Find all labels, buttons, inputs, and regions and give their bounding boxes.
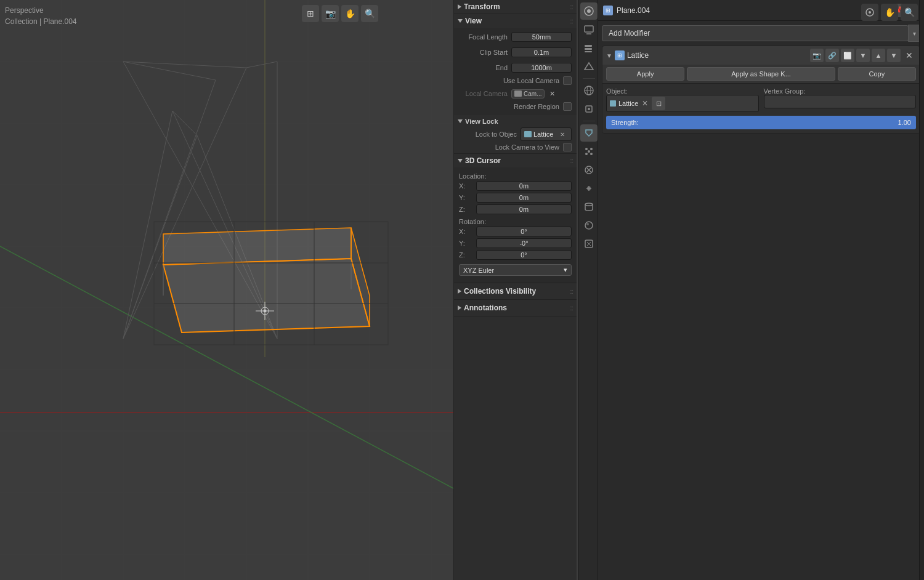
add-modifier-button[interactable]: Add Modifier bbox=[602, 25, 909, 41]
cursor-rx-value[interactable]: 0° bbox=[476, 227, 572, 236]
transform-label: Transform bbox=[464, 2, 500, 11]
cursor-section: 3D Cursor ::: Location: X: 0m Y: 0m Z: 0… bbox=[454, 154, 577, 283]
modifier-render-btn[interactable]: 🔗 bbox=[825, 49, 839, 62]
modifier-edit-btn[interactable]: ⬜ bbox=[841, 49, 854, 62]
material-icon[interactable] bbox=[580, 217, 598, 234]
cursor-rz-value[interactable]: 0° bbox=[476, 250, 572, 260]
cursor-ry-value[interactable]: -0° bbox=[476, 238, 572, 248]
apply-shape-key-button[interactable]: Apply as Shape K... bbox=[687, 67, 835, 81]
object-field-value[interactable]: Lattice ✕ ⊡ bbox=[606, 95, 759, 112]
copy-button[interactable]: Copy bbox=[838, 67, 916, 81]
transform-header[interactable]: Transform ::: bbox=[454, 0, 577, 14]
use-local-camera-checkbox[interactable] bbox=[563, 76, 572, 85]
view-header[interactable]: View ::: bbox=[454, 14, 577, 28]
lock-to-object-value[interactable]: Lattice ✕ bbox=[521, 127, 572, 141]
cursor-expand-icon bbox=[458, 159, 463, 163]
modifier-header: ▼ ⊞ Lattice 📷 🔗 ⬜ ▼ ▲ ▼ ✕ bbox=[602, 46, 920, 65]
svg-rect-62 bbox=[585, 45, 592, 47]
modifier-expand-icon[interactable]: ▼ bbox=[606, 52, 612, 59]
coll-vis-expand-icon bbox=[458, 289, 461, 294]
lock-camera-checkbox[interactable] bbox=[563, 143, 572, 151]
viewport-info: Perspective Collection | Plane.004 bbox=[5, 5, 77, 27]
output-icon[interactable] bbox=[580, 21, 598, 38]
strength-bar[interactable]: Strength: 1.00 bbox=[606, 116, 916, 129]
physics-icon[interactable] bbox=[580, 161, 598, 179]
object-pick-btn[interactable]: ⊡ bbox=[652, 97, 665, 110]
lock-obj-clear[interactable]: ✕ bbox=[557, 129, 568, 140]
cursor-z-value[interactable]: 0m bbox=[476, 204, 572, 214]
rotation-mode-select[interactable]: XYZ Euler ▾ bbox=[459, 264, 572, 276]
local-camera-clear[interactable]: ✕ bbox=[546, 88, 557, 99]
use-local-camera-label: Use Local Camera bbox=[503, 77, 559, 84]
view-section: View ::: Focal Length 50mm Clip Start 0.… bbox=[454, 14, 577, 154]
svg-point-71 bbox=[590, 148, 593, 150]
vertex-group-label: Vertex Group: bbox=[764, 87, 819, 95]
clip-end-value[interactable]: 1000m bbox=[511, 63, 572, 73]
object-icon[interactable] bbox=[580, 100, 598, 118]
svg-point-79 bbox=[586, 223, 589, 225]
object-clear-btn[interactable]: ✕ bbox=[641, 99, 649, 108]
strength-label: Strength: bbox=[611, 119, 639, 126]
modifier-icon-lattice: ⊞ bbox=[615, 50, 625, 60]
focal-length-label: Focal Length bbox=[459, 33, 511, 41]
svg-marker-38 bbox=[163, 228, 351, 265]
icon-separator-2 bbox=[583, 121, 595, 121]
camera-icon[interactable]: 📷 bbox=[322, 5, 339, 22]
modifier-restrict-btn[interactable]: ▼ bbox=[856, 49, 870, 62]
cursor-rx-label: X: bbox=[459, 228, 476, 235]
modifier-up-btn[interactable]: ▲ bbox=[872, 49, 885, 62]
use-local-camera-row: Use Local Camera bbox=[459, 76, 572, 85]
coll-vis-drag-dots: ::: bbox=[570, 288, 573, 295]
top-render-icon[interactable] bbox=[861, 4, 878, 21]
rotation-mode-chevron: ▾ bbox=[564, 266, 567, 274]
vertex-group-value[interactable] bbox=[764, 95, 917, 108]
modifier-camera-btn[interactable]: 📷 bbox=[810, 49, 824, 62]
cursor-x-value[interactable]: 0m bbox=[476, 181, 572, 191]
properties-panel: ⊞ Plane.004 📌 ✕ Add Modifier ▾ ▼ ⊞ Latti… bbox=[598, 0, 924, 580]
top-hand-icon[interactable]: ✋ bbox=[881, 4, 898, 21]
view-lock-label: View Lock bbox=[465, 118, 498, 125]
top-right-icons: ✋ 🔍 bbox=[861, 4, 918, 21]
lock-camera-row: Lock Camera to View bbox=[454, 143, 577, 151]
svg-point-77 bbox=[585, 203, 593, 206]
view-label: View bbox=[465, 17, 482, 25]
modifier-icon[interactable] bbox=[580, 124, 598, 142]
view-lock-expand-icon bbox=[458, 119, 463, 123]
view-layer-icon[interactable] bbox=[580, 39, 598, 57]
clip-start-value[interactable]: 0.1m bbox=[511, 47, 572, 57]
view-drag-dots: ::: bbox=[570, 18, 573, 25]
grid-icon[interactable]: ⊞ bbox=[302, 5, 319, 22]
cursor-header[interactable]: 3D Cursor ::: bbox=[454, 154, 577, 167]
cursor-rz-label: Z: bbox=[459, 251, 476, 259]
local-camera-button[interactable]: Cam... bbox=[511, 89, 545, 99]
render-icon[interactable] bbox=[580, 2, 598, 20]
render-props-icon[interactable] bbox=[580, 235, 598, 252]
object-field-label: Object: bbox=[606, 87, 662, 95]
clip-start-row: Clip Start 0.1m bbox=[459, 46, 572, 59]
cursor-content: Location: X: 0m Y: 0m Z: 0m Rotation: X:… bbox=[454, 167, 577, 283]
particles-icon[interactable] bbox=[580, 143, 598, 160]
modifier-close-btn[interactable]: ✕ bbox=[902, 49, 916, 62]
svg-point-70 bbox=[585, 148, 588, 150]
render-region-checkbox[interactable] bbox=[563, 102, 572, 111]
annot-drag-dots: ::: bbox=[570, 305, 573, 312]
add-modifier-dropdown[interactable]: ▾ bbox=[908, 25, 920, 42]
annotations-header[interactable]: Annotations ::: bbox=[454, 300, 577, 316]
magnify-icon[interactable]: 🔍 bbox=[361, 5, 378, 22]
data-icon[interactable] bbox=[580, 198, 598, 215]
focal-length-value[interactable]: 50mm bbox=[511, 32, 572, 42]
right-edge bbox=[919, 0, 924, 580]
scene-icon[interactable] bbox=[580, 58, 598, 75]
hand-icon[interactable]: ✋ bbox=[341, 5, 359, 22]
collections-visibility-header[interactable]: Collections Visibility ::: bbox=[454, 283, 577, 299]
constraints-icon[interactable] bbox=[580, 180, 598, 197]
svg-point-59 bbox=[587, 9, 591, 13]
collections-visibility-section: Collections Visibility ::: bbox=[454, 283, 577, 300]
apply-button[interactable]: Apply bbox=[606, 67, 684, 81]
view-lock-header[interactable]: View Lock bbox=[454, 115, 577, 127]
world-icon[interactable] bbox=[580, 82, 598, 99]
vertex-group-field-group: Vertex Group: bbox=[764, 87, 917, 112]
modifier-down-btn[interactable]: ▼ bbox=[887, 49, 901, 62]
top-magnify-icon[interactable]: 🔍 bbox=[901, 4, 918, 21]
cursor-y-value[interactable]: 0m bbox=[476, 193, 572, 203]
